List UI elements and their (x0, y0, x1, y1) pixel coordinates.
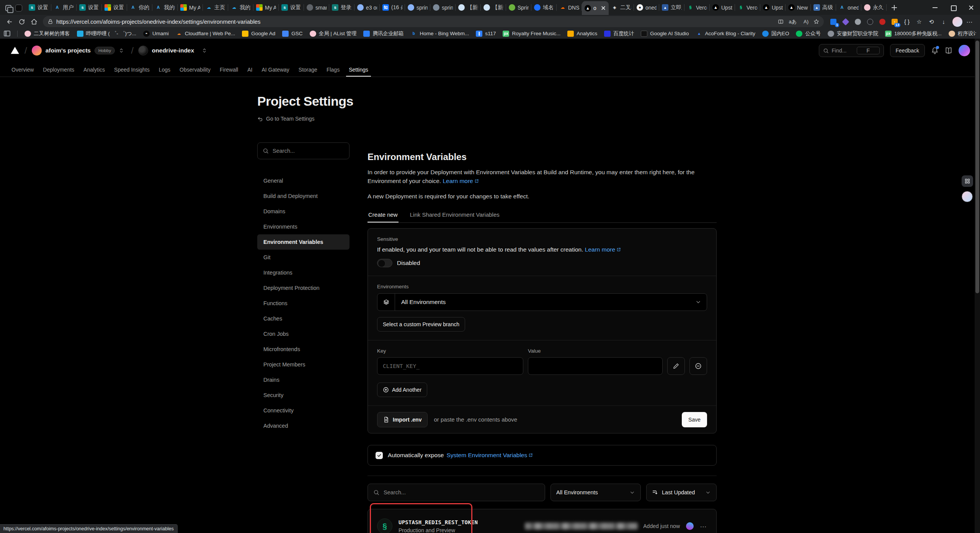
sensitive-learn-more-link[interactable]: Learn more (585, 246, 621, 253)
vercel-logo[interactable] (10, 46, 20, 56)
favorite-star-icon[interactable] (813, 19, 819, 25)
browser-tab[interactable]: 知 (16 条 (380, 0, 405, 15)
ext-gray[interactable] (853, 17, 863, 27)
sidebar-item-project-members[interactable]: Project Members (257, 357, 350, 372)
browser-tab[interactable]: smartn (304, 0, 329, 15)
find-input[interactable]: Find... F (819, 44, 884, 57)
sidebar-item-security[interactable]: Security (257, 387, 350, 403)
browser-tab[interactable]: ▴ 立即上 (659, 0, 684, 15)
expose-checkbox[interactable] (376, 452, 383, 459)
nav-item-logs[interactable]: Logs (156, 62, 173, 77)
browser-tab[interactable]: ▲ Upstas (760, 0, 786, 15)
bookmark-item[interactable]: 腾讯企业邮箱 (363, 30, 403, 37)
scrollbar-track[interactable] (975, 39, 980, 533)
bookmark-item[interactable]: 哔哩哔哩 ( ゜- ゜)つ... (77, 30, 136, 37)
browser-tab[interactable]: ◈ 二叉树 (609, 0, 634, 15)
browser-tab[interactable]: ☁ 我的文 (228, 0, 253, 15)
notifications-button[interactable] (931, 47, 939, 54)
browser-menu-icon[interactable]: … (965, 17, 976, 27)
nav-item-ai[interactable]: AI (245, 62, 255, 77)
workspace-icon[interactable] (5, 5, 11, 11)
nav-item-speed-insights[interactable]: Speed Insights (111, 62, 152, 77)
browser-tab[interactable]: 【新提 (456, 0, 481, 15)
add-another-button[interactable]: Add Another (377, 383, 427, 397)
bookmark-item[interactable]: 公众号 (796, 30, 821, 37)
go-to-team-settings-link[interactable]: Go to Team Settings (257, 116, 980, 122)
sort-select[interactable]: Last Updated (646, 484, 717, 501)
ext-camera[interactable] (865, 17, 875, 27)
browser-tab[interactable]: 永久免 (861, 0, 887, 15)
floating-extension-button[interactable] (962, 175, 973, 187)
sidebar-search-input[interactable]: Search... (257, 142, 350, 159)
browser-tab[interactable]: A 你的产 (127, 0, 152, 15)
row-menu-icon[interactable]: … (700, 521, 707, 531)
browser-tab[interactable]: 设置 O (102, 0, 127, 15)
sidebar-item-functions[interactable]: Functions (257, 296, 350, 311)
tab-link-shared[interactable]: Link Shared Environment Variables (409, 211, 500, 222)
tab-create-new[interactable]: Create new (368, 211, 399, 222)
bookmark-item[interactable]: 百度统计 (604, 30, 634, 37)
bookmark-item[interactable]: Analytics (567, 31, 597, 37)
team-switcher-icon[interactable] (119, 48, 124, 53)
nav-item-firewall[interactable]: Firewall (217, 62, 241, 77)
collections-icon[interactable]: { } (902, 17, 912, 27)
new-tab-button[interactable] (889, 2, 900, 13)
browser-tab[interactable]: ☁ 主页 - (203, 0, 228, 15)
nav-item-analytics[interactable]: Analytics (81, 62, 108, 77)
browser-tab[interactable]: e3 one (354, 0, 380, 15)
bookmark-item[interactable]: 二叉树树的博客 (24, 30, 70, 37)
environments-select[interactable]: All Environments (377, 293, 707, 311)
address-bar[interactable]: https://vercel.com/afoims-projects/onedr… (43, 16, 824, 27)
env-filter-select[interactable]: All Environments (550, 484, 641, 501)
sidebar-item-connectivity[interactable]: Connectivity (257, 403, 350, 418)
remove-row-button[interactable] (689, 357, 707, 375)
back-button[interactable] (4, 16, 15, 28)
env-var-row[interactable]: § UPSTASH_REDIS_REST_TOKEN Production an… (368, 509, 716, 533)
favorites-icon[interactable]: ☆ (914, 17, 924, 27)
split-screen-icon[interactable] (778, 19, 784, 25)
feedback-button[interactable]: Feedback (890, 44, 925, 57)
browser-tab[interactable]: ▲ Upstas (710, 0, 735, 15)
learn-more-link[interactable]: Learn more (443, 178, 479, 184)
sidebar-item-environments[interactable]: Environments (257, 219, 350, 234)
browser-tab[interactable]: A 用户详 (51, 0, 77, 15)
sensitive-toggle[interactable] (377, 259, 392, 267)
bookmark-item[interactable]: 全局 | AList 管理 (310, 30, 357, 37)
bookmark-item[interactable]: GSC (282, 31, 302, 37)
bookmark-item[interactable]: px Royalty Free Music... (503, 31, 560, 37)
browser-tab[interactable]: ☁ DNS | (557, 0, 582, 15)
sidebar-item-microfrontends[interactable]: Microfrontends (257, 342, 350, 357)
key-input[interactable]: CLIENT_KEY_ (377, 357, 523, 375)
floating-avatar-button[interactable] (962, 191, 973, 202)
side-panel-icon[interactable] (4, 31, 10, 36)
home-button[interactable] (28, 16, 40, 28)
sidebar-item-cron-jobs[interactable]: Cron Jobs (257, 326, 350, 342)
user-avatar[interactable] (959, 45, 970, 56)
nav-item-settings[interactable]: Settings (346, 62, 371, 77)
read-aloud-icon[interactable]: A) (802, 19, 810, 25)
sidebar-item-caches[interactable]: Caches (257, 311, 350, 326)
browser-tab[interactable]: Spring (506, 0, 531, 15)
system-env-vars-link[interactable]: System Environment Variables (446, 452, 533, 459)
sidebar-item-git[interactable]: Git (257, 250, 350, 265)
translate-icon[interactable]: aあ (787, 18, 799, 25)
sidebar-item-general[interactable]: General (257, 173, 350, 188)
browser-profile-avatar[interactable] (952, 17, 962, 27)
nav-item-observability[interactable]: Observability (177, 62, 213, 77)
bookmark-item[interactable]: b Home - Bing Webm... (410, 31, 469, 37)
ext-orange[interactable]: ↑ 13 (890, 17, 900, 27)
tab-close-icon[interactable] (601, 5, 606, 11)
sidebar-item-advanced[interactable]: Advanced (257, 418, 350, 433)
close-window-button[interactable] (962, 0, 980, 15)
sidebar-item-domains[interactable]: Domains (257, 204, 350, 219)
sidebar-item-integrations[interactable]: Integrations (257, 265, 350, 280)
project-name[interactable]: onedrive-index (152, 47, 194, 54)
tab-group-icon[interactable] (15, 5, 22, 11)
browser-tab[interactable]: spring (405, 0, 430, 15)
bookmark-item[interactable]: Google Ad (242, 31, 275, 37)
sidebar-item-deployment-protection[interactable]: Deployment Protection (257, 280, 350, 296)
nav-item-storage[interactable]: Storage (296, 62, 320, 77)
sidebar-item-drains[interactable]: Drains (257, 372, 350, 387)
minimize-button[interactable] (926, 0, 944, 15)
reload-button[interactable] (16, 16, 28, 28)
